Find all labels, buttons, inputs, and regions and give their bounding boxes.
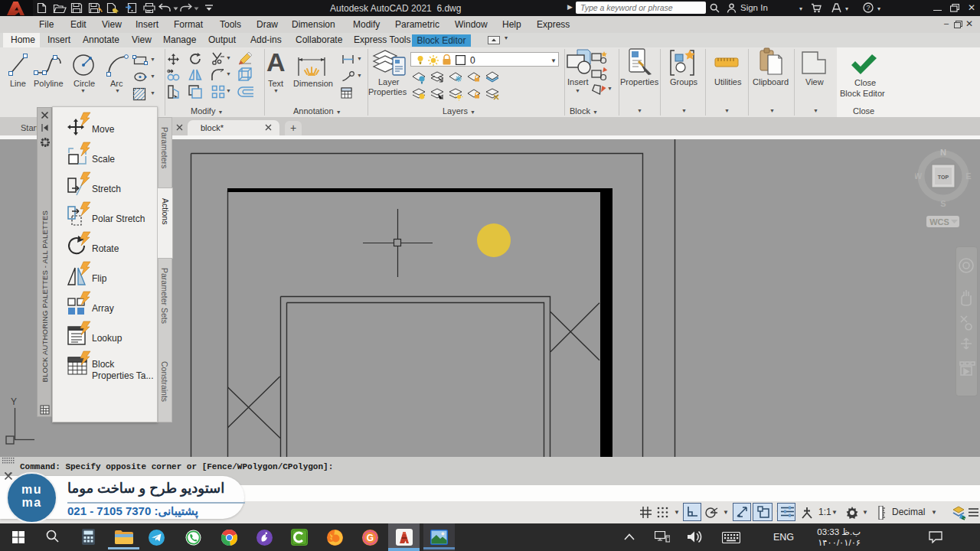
svg-text:WCS: WCS <box>929 217 949 227</box>
svg-text:?: ? <box>866 4 870 11</box>
svg-text:TOP: TOP <box>938 174 949 180</box>
svg-text:S: S <box>940 199 946 208</box>
svg-text:W: W <box>915 171 923 181</box>
svg-text:N: N <box>940 148 946 157</box>
svg-text:G: G <box>367 533 374 543</box>
svg-text:E: E <box>965 171 971 181</box>
svg-text:Y: Y <box>11 396 17 407</box>
